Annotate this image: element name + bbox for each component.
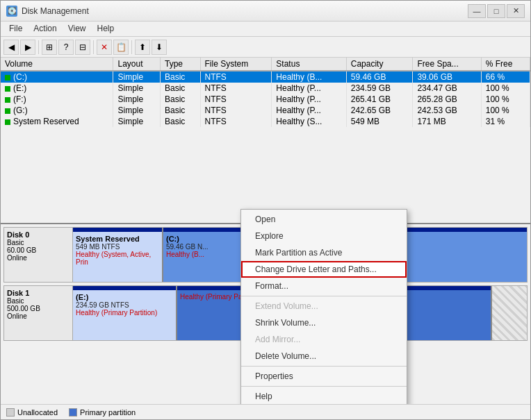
partition-size: 234.59 GB NTFS bbox=[76, 301, 173, 309]
ctx-change-drive-letter[interactable]: Change Drive Letter and Paths... bbox=[241, 261, 407, 278]
delete-button[interactable]: ✕ bbox=[97, 40, 112, 55]
view-button[interactable]: ⊞ bbox=[42, 40, 57, 55]
window-controls: — □ ✕ bbox=[468, 4, 525, 18]
toolbar-sep-3 bbox=[131, 40, 132, 54]
toolbar-sep-2 bbox=[93, 40, 94, 54]
cell-pct: 31 % bbox=[481, 116, 530, 127]
disk-0-status: Online bbox=[7, 254, 70, 262]
col-pct[interactable]: % Free bbox=[481, 58, 530, 71]
up-button[interactable]: ⬆ bbox=[135, 40, 150, 55]
cell-capacity: 549 MB bbox=[346, 116, 413, 127]
properties-button[interactable]: ⊟ bbox=[75, 40, 90, 55]
cell-status: Healthy (P... bbox=[272, 105, 346, 116]
partition-size: 549 MB NTFS bbox=[76, 243, 159, 251]
ctx-sep-2 bbox=[241, 366, 407, 367]
col-filesystem[interactable]: File System bbox=[200, 58, 272, 71]
col-layout[interactable]: Layout bbox=[113, 58, 161, 71]
cell-type: Basic bbox=[160, 83, 200, 94]
help-button-toolbar[interactable]: ? bbox=[58, 40, 74, 55]
copy-button[interactable]: 📋 bbox=[113, 40, 129, 55]
menu-bar: File Action View Help bbox=[1, 22, 530, 37]
primary-color-swatch bbox=[69, 408, 77, 417]
cell-capacity: 234.59 GB bbox=[346, 83, 413, 94]
cell-free: 171 MB bbox=[413, 116, 481, 127]
disk-1-size: 500.00 GB bbox=[7, 305, 70, 312]
cell-capacity: 265.41 GB bbox=[346, 94, 413, 105]
ctx-mark-active[interactable]: Mark Partition as Active bbox=[241, 244, 407, 261]
cell-free: 39.06 GB bbox=[413, 71, 481, 83]
table-row[interactable]: (E:) Simple Basic NTFS Healthy (P... 234… bbox=[1, 83, 530, 94]
cell-free: 242.53 GB bbox=[413, 105, 481, 116]
disk-1-partition-e[interactable]: (E:) 234.59 GB NTFS Healthy (Primary Par… bbox=[73, 286, 177, 340]
down-button[interactable]: ⬇ bbox=[152, 40, 167, 55]
table-row[interactable]: System Reserved Simple Basic NTFS Health… bbox=[1, 116, 530, 127]
back-button[interactable]: ◀ bbox=[3, 40, 19, 55]
primary-label: Primary partition bbox=[80, 408, 136, 417]
col-free[interactable]: Free Spa... bbox=[413, 58, 481, 71]
cell-volume: (E:) bbox=[1, 83, 113, 94]
cell-pct: 100 % bbox=[481, 105, 530, 116]
cell-fs: NTFS bbox=[200, 71, 272, 83]
cell-capacity: 59.46 GB bbox=[346, 71, 413, 83]
menu-view[interactable]: View bbox=[63, 23, 92, 35]
minimize-button[interactable]: — bbox=[468, 4, 486, 18]
ctx-delete-volume[interactable]: Delete Volume... bbox=[241, 348, 407, 364]
menu-file[interactable]: File bbox=[3, 23, 28, 35]
partition-name: System Reserved bbox=[76, 235, 159, 243]
maximize-button[interactable]: □ bbox=[487, 4, 505, 18]
ctx-shrink-volume[interactable]: Shrink Volume... bbox=[241, 314, 407, 331]
disk-0-type: Basic bbox=[7, 239, 70, 246]
partition-status: Healthy (System, Active, Prin bbox=[76, 251, 159, 266]
forward-button[interactable]: ▶ bbox=[20, 40, 35, 55]
cell-pct: 100 % bbox=[481, 83, 530, 94]
cell-volume: (F:) bbox=[1, 94, 113, 105]
unallocated-color-swatch bbox=[6, 408, 15, 417]
cell-status: Healthy (P... bbox=[272, 83, 346, 94]
cell-capacity: 242.65 GB bbox=[346, 105, 413, 116]
status-bar: Unallocated Primary partition bbox=[1, 404, 530, 419]
disk-0-label: Disk 0 Basic 60.00 GB Online bbox=[3, 227, 73, 283]
cell-layout: Simple bbox=[113, 105, 161, 116]
menu-action[interactable]: Action bbox=[28, 23, 62, 35]
disk-0-partition-sysreserved[interactable]: System Reserved 549 MB NTFS Healthy (Sys… bbox=[73, 228, 163, 282]
unallocated-label: Unallocated bbox=[17, 408, 58, 417]
disk-management-window: 💽 Disk Management — □ ✕ File Action View… bbox=[0, 0, 531, 420]
table-row[interactable]: (G:) Simple Basic NTFS Healthy (P... 242… bbox=[1, 105, 530, 116]
partition-name: (E:) bbox=[76, 293, 173, 301]
ctx-format[interactable]: Format... bbox=[241, 278, 407, 294]
toolbar-sep-1 bbox=[38, 40, 39, 54]
disk-1-label: Disk 1 Basic 500.00 GB Online bbox=[3, 285, 73, 341]
cell-fs: NTFS bbox=[200, 105, 272, 116]
table-row[interactable]: (F:) Simple Basic NTFS Healthy (P... 265… bbox=[1, 94, 530, 105]
ctx-open[interactable]: Open bbox=[241, 211, 407, 228]
ctx-properties[interactable]: Properties bbox=[241, 368, 407, 385]
cell-free: 234.47 GB bbox=[413, 83, 481, 94]
disk-1-status: Online bbox=[7, 312, 70, 320]
cell-volume: (C:) bbox=[1, 71, 113, 83]
ctx-explore[interactable]: Explore bbox=[241, 228, 407, 244]
col-type[interactable]: Type bbox=[160, 58, 200, 71]
ctx-sep-3 bbox=[241, 386, 407, 387]
cell-layout: Simple bbox=[113, 116, 161, 127]
app-icon: 💽 bbox=[6, 6, 17, 17]
cell-type: Basic bbox=[160, 94, 200, 105]
partition-status: Healthy (Primary Partition) bbox=[76, 309, 173, 317]
cell-type: Basic bbox=[160, 71, 200, 83]
partition-header-bar bbox=[73, 228, 162, 232]
cell-pct: 66 % bbox=[481, 71, 530, 83]
disk-1-unallocated bbox=[492, 286, 527, 340]
table-row[interactable]: (C:) Simple Basic NTFS Healthy (B... 59.… bbox=[1, 71, 530, 83]
volume-table-area[interactable]: Volume Layout Type File System Status Ca… bbox=[1, 58, 530, 224]
cell-pct: 100 % bbox=[481, 94, 530, 105]
menu-help[interactable]: Help bbox=[92, 23, 120, 35]
disk-0-name: Disk 0 bbox=[7, 230, 70, 239]
cell-volume: System Reserved bbox=[1, 116, 113, 127]
col-status[interactable]: Status bbox=[272, 58, 346, 71]
close-button[interactable]: ✕ bbox=[507, 4, 525, 18]
ctx-help[interactable]: Help bbox=[241, 388, 407, 404]
col-capacity[interactable]: Capacity bbox=[346, 58, 413, 71]
ctx-add-mirror: Add Mirror... bbox=[241, 331, 407, 348]
col-volume[interactable]: Volume bbox=[1, 58, 113, 71]
status-unallocated: Unallocated bbox=[6, 408, 58, 417]
toolbar: ◀ ▶ ⊞ ? ⊟ ✕ 📋 ⬆ ⬇ bbox=[1, 37, 530, 58]
